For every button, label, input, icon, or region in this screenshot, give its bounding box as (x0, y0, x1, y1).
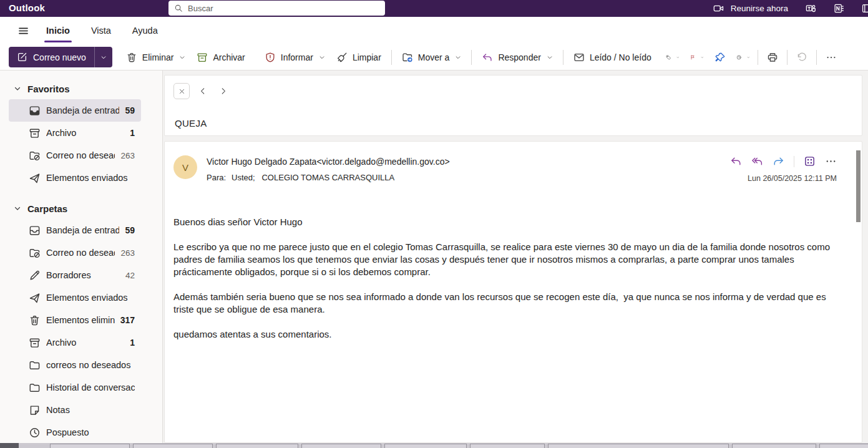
item-count: 42 (125, 271, 135, 280)
favorites-title: Favoritos (27, 84, 70, 94)
next-message-button[interactable] (216, 84, 231, 99)
tab-vista[interactable]: Vista (90, 23, 112, 38)
folder-icon (29, 382, 41, 394)
body-paragraph: Buenos dias señor Victor Hugo (173, 216, 843, 228)
sidebar-item-correos-no-deseados[interactable]: correos no deseados (9, 354, 141, 376)
send-icon (29, 292, 41, 304)
sidebar-item-snoozed[interactable]: Pospuesto (9, 421, 141, 443)
chevron-right-icon (219, 87, 228, 95)
folders-section-header[interactable]: Carpetas (0, 198, 162, 219)
taskbar-start-fragment (0, 443, 19, 448)
chevron-down-icon (455, 54, 461, 61)
clipped-app-button[interactable] (862, 3, 868, 14)
sidebar-item-deleted[interactable]: Elementos elimin… 317 (9, 309, 141, 331)
apps-button[interactable] (804, 155, 816, 167)
to-label: Para: (207, 173, 226, 182)
sidebar-item-drafts[interactable]: Borradores 42 (9, 264, 141, 286)
sidebar-item-inbox[interactable]: Bandeja de entrada 59 (9, 219, 141, 241)
sidebar-item-sent-favorite[interactable]: Elementos enviados (9, 167, 141, 189)
print-button[interactable] (763, 47, 782, 67)
previous-message-button[interactable] (195, 84, 210, 99)
flag-button[interactable] (688, 47, 706, 67)
sweep-label: Limpiar (353, 52, 381, 62)
chevron-down-icon (179, 54, 185, 61)
reply-all-action-button[interactable] (751, 155, 763, 167)
unread-count: 1 (130, 338, 135, 348)
forward-action-button[interactable] (773, 155, 784, 167)
taskbar-button-fragment (732, 444, 816, 448)
sidebar-item-junk-favorite[interactable]: Correo no deseado 263 (9, 144, 141, 167)
sender-avatar[interactable]: V (173, 155, 197, 179)
meet-now-button[interactable]: Reunirse ahora (713, 3, 788, 14)
flag-icon (690, 52, 695, 63)
reply-action-button[interactable] (730, 155, 742, 167)
apps-grid-icon (804, 155, 816, 167)
sidebar-item-archive[interactable]: Archivo 1 (9, 331, 141, 354)
taskbar-button-fragment (50, 444, 130, 448)
sidebar-item-conversation-history[interactable]: Historial de conversaci… (9, 376, 141, 399)
reply-arrow-icon (482, 52, 493, 63)
undo-button[interactable] (792, 47, 811, 67)
read-unread-label: Leído / No leído (590, 52, 651, 62)
scrollbar-thumb[interactable] (856, 150, 861, 222)
recipients[interactable]: Usted; COLEGIO TOMAS CARRASQUILLA (232, 173, 394, 182)
sidebar-item-sent[interactable]: Elementos enviados (9, 286, 141, 309)
sweep-button[interactable]: Limpiar (331, 47, 386, 67)
sidebar-item-inbox-favorite[interactable]: Bandeja de entrada 59 (9, 99, 141, 122)
clock-icon (736, 52, 741, 63)
hamburger-menu-button[interactable] (15, 22, 31, 39)
ellipsis-icon (826, 52, 837, 63)
taskbar-button-fragment (470, 444, 545, 448)
folder-icon (29, 359, 41, 371)
sidebar-item-junk[interactable]: Correo no deseado 263 (9, 241, 141, 264)
search-box[interactable] (168, 1, 385, 16)
teams-button[interactable] (806, 3, 816, 14)
sender-name[interactable]: Victor Hugo Delgado Zapata<victor.delgad… (207, 155, 450, 167)
subject-header-card: QUEJA (164, 75, 862, 136)
recipients-line: Para:Usted; COLEGIO TOMAS CARRASQUILLA (207, 173, 450, 182)
forward-arrow-icon (773, 155, 784, 167)
report-button[interactable]: Informar (260, 47, 330, 67)
inbox-icon (29, 225, 41, 236)
clock-icon (29, 427, 41, 439)
taskbar-button-fragment (216, 444, 298, 448)
ribbon-tabs: Inicio Vista Ayuda (0, 17, 868, 44)
sidebar-item-archive-favorite[interactable]: Archivo 1 (9, 122, 141, 144)
reply-button[interactable]: Responder (477, 47, 558, 67)
trash-icon (126, 52, 137, 63)
chevron-down-icon (319, 54, 325, 61)
categorize-button[interactable] (663, 47, 682, 67)
onenote-button[interactable] (834, 3, 844, 14)
tab-inicio[interactable]: Inicio (45, 23, 71, 38)
search-icon (174, 4, 183, 12)
snooze-button[interactable] (734, 47, 753, 67)
unread-count: 59 (125, 225, 135, 235)
favorites-section-header[interactable]: Favoritos (0, 78, 162, 99)
message-more-button[interactable] (825, 155, 837, 167)
sidebar-item-notes[interactable]: Notas (9, 399, 141, 421)
titlebar: Outlook Reunirse ahora (0, 0, 868, 17)
chevron-down-icon (547, 54, 553, 61)
message-actions: Lun 26/05/2025 12:11 PM (730, 155, 837, 183)
pin-button[interactable] (711, 47, 729, 67)
delete-button[interactable]: Eliminar (121, 47, 191, 67)
new-mail-dropdown[interactable] (94, 47, 112, 67)
trash-icon (29, 314, 41, 326)
close-message-button[interactable] (173, 83, 190, 99)
archive-button[interactable]: Archivar (192, 47, 250, 67)
move-to-button[interactable]: Mover a (397, 47, 467, 67)
search-input[interactable] (188, 4, 379, 13)
archive-icon (29, 337, 41, 349)
body-paragraph: quedamos atentas a sus comentarios. (173, 328, 843, 341)
read-unread-button[interactable]: Leído / No leído (568, 47, 656, 67)
message-date: Lun 26/05/2025 12:11 PM (730, 174, 837, 183)
actions-separator (794, 156, 794, 167)
tab-ayuda[interactable]: Ayuda (131, 23, 159, 38)
toolbar: Correo nuevo Eliminar Archivar Informar … (0, 44, 868, 71)
new-mail-button[interactable]: Correo nuevo (9, 47, 112, 67)
more-options-button[interactable] (822, 47, 841, 67)
chevron-down-icon (14, 205, 21, 212)
delete-label: Eliminar (142, 52, 174, 62)
chevron-down-icon (676, 54, 680, 61)
taskbar-button-fragment (133, 444, 213, 448)
